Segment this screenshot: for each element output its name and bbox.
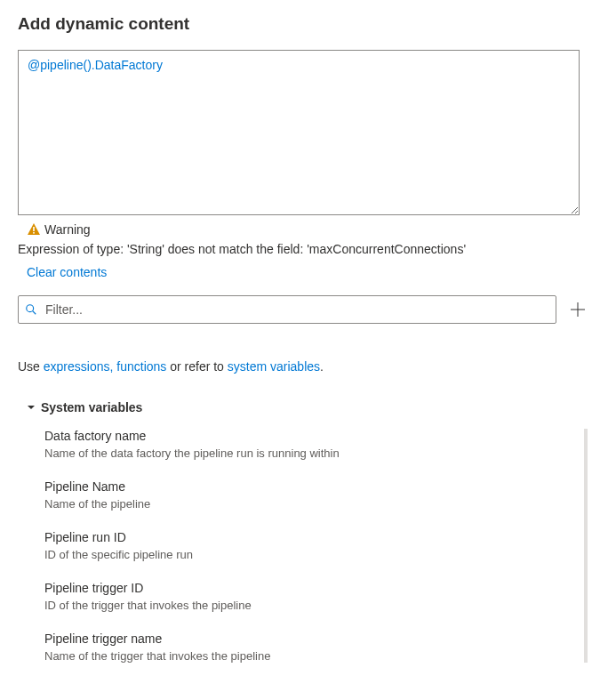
clear-contents-link[interactable]: Clear contents bbox=[27, 265, 107, 279]
section-title: System variables bbox=[41, 400, 142, 414]
svg-rect-0 bbox=[33, 227, 35, 231]
filter-wrapper bbox=[18, 295, 556, 324]
help-suffix: . bbox=[320, 359, 324, 374]
list-item[interactable]: Pipeline Name Name of the pipeline bbox=[44, 479, 582, 511]
warning-row: Warning bbox=[27, 222, 582, 237]
variable-title: Pipeline trigger name bbox=[44, 632, 582, 646]
system-variables-section: System variables Data factory name Name … bbox=[18, 400, 582, 663]
page-title: Add dynamic content bbox=[18, 14, 582, 34]
variable-title: Pipeline run ID bbox=[44, 530, 582, 544]
variable-title: Pipeline Name bbox=[44, 479, 582, 494]
system-variables-link[interactable]: system variables bbox=[228, 359, 320, 374]
help-prefix: Use bbox=[18, 359, 44, 374]
list-item[interactable]: Data factory name Name of the data facto… bbox=[44, 429, 582, 460]
expressions-functions-link[interactable]: expressions, functions bbox=[44, 359, 167, 374]
help-middle: or refer to bbox=[166, 359, 227, 374]
warning-message: Expression of type: 'String' does not ma… bbox=[18, 242, 582, 256]
svg-line-3 bbox=[33, 311, 36, 315]
variable-desc: Name of the pipeline bbox=[44, 497, 582, 511]
warning-icon bbox=[27, 222, 41, 237]
variable-title: Pipeline trigger ID bbox=[44, 581, 582, 595]
section-header[interactable]: System variables bbox=[18, 400, 582, 414]
variable-desc: ID of the specific pipeline run bbox=[44, 548, 582, 561]
variable-desc: ID of the trigger that invokes the pipel… bbox=[44, 599, 582, 612]
variable-title: Data factory name bbox=[44, 429, 582, 443]
chevron-down-icon bbox=[27, 403, 36, 412]
svg-point-2 bbox=[27, 305, 34, 312]
list-item[interactable]: Pipeline run ID ID of the specific pipel… bbox=[44, 530, 582, 561]
expression-input[interactable] bbox=[18, 50, 580, 215]
filter-input[interactable] bbox=[18, 295, 556, 324]
warning-label: Warning bbox=[44, 222, 91, 237]
svg-rect-1 bbox=[33, 232, 35, 234]
search-icon bbox=[25, 303, 37, 316]
scrollbar[interactable] bbox=[584, 429, 588, 663]
help-text: Use expressions, functions or refer to s… bbox=[18, 359, 582, 374]
variable-list: Data factory name Name of the data facto… bbox=[18, 429, 582, 663]
list-item[interactable]: Pipeline trigger ID ID of the trigger th… bbox=[44, 581, 582, 612]
variable-desc: Name of the data factory the pipeline ru… bbox=[44, 447, 582, 460]
variable-desc: Name of the trigger that invokes the pip… bbox=[44, 649, 582, 663]
add-button[interactable] bbox=[569, 301, 587, 318]
list-item[interactable]: Pipeline trigger name Name of the trigge… bbox=[44, 632, 582, 663]
